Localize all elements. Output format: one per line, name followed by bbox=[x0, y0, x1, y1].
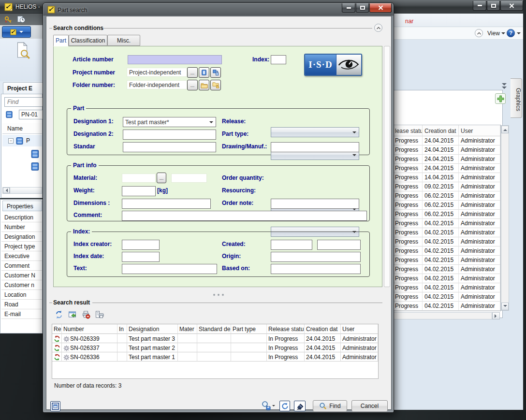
tab-graphics[interactable]: Graphics bbox=[511, 78, 522, 118]
find-input[interactable] bbox=[4, 97, 43, 107]
chevron-down-icon[interactable] bbox=[501, 32, 505, 36]
column-header[interactable]: User bbox=[341, 324, 378, 334]
column-header[interactable]: Standard de bbox=[197, 324, 231, 334]
find-button[interactable]: Find bbox=[313, 400, 347, 412]
table-row[interactable]: Progress 04.02.2015 Administrator bbox=[393, 265, 500, 274]
column-header[interactable]: Part type bbox=[231, 324, 267, 334]
tab-part[interactable]: Part bbox=[53, 35, 69, 46]
standard-input[interactable] bbox=[123, 142, 216, 152]
column-header[interactable]: lease statu bbox=[393, 125, 423, 136]
property-list-item[interactable]: Road bbox=[1, 300, 42, 309]
table-row[interactable]: Progress 04.02.2015 Administrator bbox=[393, 274, 500, 283]
index-input[interactable] bbox=[271, 55, 286, 64]
view-menu[interactable]: View bbox=[487, 30, 500, 37]
result-row[interactable]: SN-026337 Test part master 2 In Progress… bbox=[52, 343, 378, 352]
dimensions-input[interactable] bbox=[122, 199, 211, 209]
column-header[interactable]: Re bbox=[52, 324, 62, 334]
origin-input[interactable] bbox=[271, 252, 361, 262]
tree-horizontal-scrollbar[interactable] bbox=[2, 187, 42, 194]
column-header[interactable]: Release statu bbox=[267, 324, 305, 334]
table-row[interactable]: Progress 09.02.2015 Administrator bbox=[393, 182, 500, 191]
dialog-maximize-button[interactable] bbox=[356, 3, 369, 13]
save-search-button[interactable] bbox=[261, 401, 275, 410]
help-button[interactable]: ? bbox=[507, 29, 515, 37]
table-row[interactable]: Progress 24.04.2015 Administrator bbox=[393, 145, 500, 155]
project-link-button[interactable] bbox=[210, 67, 221, 78]
background-table-vertical-scrollbar[interactable] bbox=[501, 125, 509, 311]
column-header[interactable]: In bbox=[117, 324, 127, 334]
project-select-button[interactable] bbox=[199, 67, 209, 78]
documents-search-icon[interactable] bbox=[14, 42, 31, 60]
application-menu-button[interactable] bbox=[2, 26, 31, 38]
designation2-input[interactable] bbox=[123, 130, 216, 140]
created-to-input[interactable] bbox=[317, 240, 361, 250]
add-button[interactable] bbox=[495, 93, 506, 104]
dialog-minimize-button[interactable] bbox=[342, 3, 355, 13]
property-list-item[interactable]: E-mail bbox=[1, 309, 42, 319]
print-list-button[interactable] bbox=[94, 309, 105, 320]
table-row[interactable]: Progress 04.02.2015 Administrator bbox=[393, 302, 500, 311]
property-list-item[interactable]: Customer N bbox=[1, 271, 42, 280]
folder-number-value[interactable]: Folder-independent bbox=[127, 80, 187, 89]
table-row[interactable]: Progress 04.02.2015 Administrator bbox=[393, 256, 500, 265]
column-header[interactable]: Mater bbox=[178, 324, 197, 334]
tab-misc[interactable]: Misc. bbox=[107, 35, 140, 46]
tab-classification[interactable]: Classification bbox=[69, 35, 107, 46]
ribbon-collapse-button[interactable] bbox=[475, 29, 483, 37]
panel-vertical-scrollbar[interactable] bbox=[384, 46, 390, 287]
project-number-input[interactable] bbox=[19, 110, 44, 119]
column-header[interactable]: Number bbox=[62, 324, 117, 334]
column-header[interactable]: Creation dat bbox=[423, 125, 459, 136]
main-maximize-button[interactable] bbox=[487, 1, 500, 11]
designation1-combo[interactable]: Test part master* bbox=[123, 117, 216, 127]
release-combo[interactable] bbox=[271, 127, 359, 137]
collapse-group-button[interactable] bbox=[374, 24, 382, 32]
property-list-item[interactable]: Number bbox=[1, 222, 42, 232]
property-list-item[interactable]: Location bbox=[1, 290, 42, 300]
refresh-results-button[interactable] bbox=[53, 309, 65, 320]
table-row[interactable]: Progress 04.02.2015 Administrator bbox=[393, 219, 500, 228]
table-row[interactable]: Progress 06.02.2015 Administrator bbox=[393, 191, 500, 201]
background-table-horizontal-scrollbar[interactable] bbox=[393, 312, 492, 319]
property-list-item[interactable]: Designation bbox=[1, 232, 42, 242]
tree-collapse-icon[interactable]: − bbox=[8, 138, 14, 144]
table-row[interactable]: Progress 24.04.2015 Administrator bbox=[393, 155, 500, 164]
drawing-manuf-input[interactable] bbox=[271, 142, 359, 152]
column-header[interactable]: Designation bbox=[127, 324, 178, 334]
cabinet-icon[interactable] bbox=[30, 149, 40, 160]
property-list-item[interactable]: Executive bbox=[1, 251, 42, 261]
properties-header[interactable]: Properties bbox=[2, 201, 42, 211]
material-field-1[interactable] bbox=[122, 174, 156, 183]
project-browse-button[interactable]: ... bbox=[187, 67, 198, 78]
based-on-input[interactable] bbox=[271, 264, 361, 274]
material-field-2[interactable] bbox=[171, 174, 207, 183]
scroll-up-arrow-icon[interactable] bbox=[501, 126, 509, 133]
result-row[interactable]: SN-026336 Test part master 1 In Progress… bbox=[52, 352, 378, 362]
delete-result-button[interactable] bbox=[80, 309, 92, 320]
index-creator-input[interactable] bbox=[122, 240, 160, 250]
tree-root-row[interactable]: − P bbox=[2, 135, 42, 146]
project-number-value[interactable]: Project-independent bbox=[127, 68, 187, 77]
main-minimize-button[interactable] bbox=[473, 1, 486, 11]
tree-name-column-header[interactable]: Name bbox=[2, 123, 42, 134]
table-row[interactable]: Progress 04.02.2015 Administrator bbox=[393, 283, 500, 292]
clear-fields-button[interactable] bbox=[294, 401, 306, 411]
cancel-button[interactable]: Cancel bbox=[351, 400, 388, 412]
table-row[interactable]: Progress 04.02.2015 Administrator bbox=[393, 228, 500, 237]
property-list-item[interactable]: Comment bbox=[1, 261, 42, 271]
main-close-button[interactable] bbox=[500, 1, 523, 11]
table-row[interactable]: Progress 24.04.2015 Administrator bbox=[393, 136, 500, 145]
column-header[interactable]: User bbox=[459, 125, 500, 136]
property-list-item[interactable]: Project type bbox=[1, 242, 42, 251]
scrollbar-thumb[interactable] bbox=[10, 188, 42, 193]
toggle-dialog-size-button[interactable] bbox=[50, 401, 60, 411]
tab-project-explorer[interactable]: Project E bbox=[3, 82, 44, 94]
material-browse-button[interactable]: ... bbox=[157, 173, 166, 183]
table-row[interactable]: Progress 24.04.2015 Administrator bbox=[393, 164, 500, 173]
folder-browse-button[interactable]: ... bbox=[187, 80, 198, 90]
created-from-input[interactable] bbox=[271, 240, 312, 250]
login-key-icon[interactable] bbox=[4, 15, 13, 25]
index-date-input[interactable] bbox=[122, 252, 160, 262]
column-header[interactable]: Creation dat bbox=[305, 324, 341, 334]
result-row[interactable]: SN-026339 Test part master 3 In Progress… bbox=[52, 334, 378, 343]
